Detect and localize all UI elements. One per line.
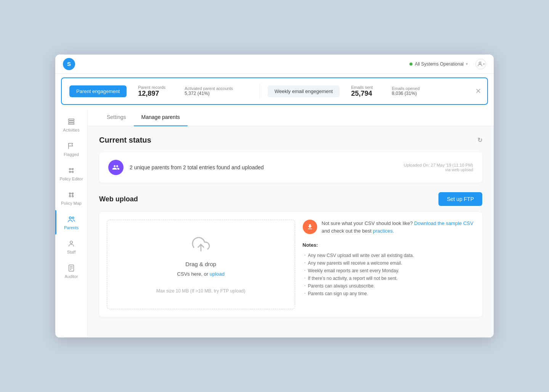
sidebar: Activities Flagged Policy Editor (55, 109, 88, 337)
drag-drop-text: Drag & drop (185, 261, 216, 267)
max-size-hint: Max size 10 MB (If >10 MB, try FTP uploa… (156, 288, 246, 294)
parents-label: Parents (64, 225, 79, 230)
list-item: Weekly email reports are sent every Mond… (303, 267, 475, 275)
parents-icon (67, 215, 76, 224)
status-card: 2 unique parents from 2 total entries fo… (99, 152, 482, 183)
activities-label: Activities (63, 128, 79, 132)
policy-map-label: Policy Map (61, 201, 82, 206)
web-upload-header: Web upload Set up FTP (99, 192, 482, 206)
upload-link[interactable]: upload (210, 271, 225, 277)
page-tabs: Settings Manage parents (88, 109, 494, 126)
emails-sent-label: Emails sent (351, 85, 373, 90)
auditor-label: Auditor (65, 274, 78, 279)
top-bar-left: S (63, 58, 75, 70)
parents-upload-icon (108, 160, 124, 175)
download-csv-icon (303, 220, 317, 234)
current-status-section: Current status ↻ (99, 136, 482, 145)
svg-point-0 (479, 62, 481, 64)
svg-point-19 (72, 217, 74, 219)
svg-point-20 (70, 241, 72, 243)
weekly-email-tab[interactable]: Weekly email engegement (268, 85, 340, 97)
svg-point-18 (69, 217, 72, 219)
staff-icon (67, 239, 76, 248)
sidebar-item-policy-map[interactable]: Policy Map (55, 186, 87, 210)
emails-opened-group: Emails opened 8,036 (31%) (392, 86, 420, 96)
status-card-left: 2 unique parents from 2 total entries fo… (108, 160, 264, 175)
emails-opened-label: Emails opened (392, 86, 420, 91)
list-item: Parents can sign up any time. (303, 290, 475, 297)
emails-sent-group: Emails sent 25,794 (351, 85, 373, 98)
systems-status: All Systems Operational ▾ (409, 61, 468, 67)
upload-cloud-icon (192, 235, 210, 257)
parent-records-value: 12,897 (138, 90, 165, 98)
systems-status-text: All Systems Operational (415, 61, 464, 67)
svg-rect-2 (69, 121, 74, 122)
avatar: S (63, 58, 75, 70)
drop-zone[interactable]: Drag & drop CSVs here, or upload Max siz… (107, 220, 295, 309)
activities-icon (67, 117, 76, 126)
svg-rect-3 (69, 123, 74, 125)
top-bar-right: All Systems Operational ▾ ▾ (409, 59, 486, 69)
activated-accounts-group: Activated parent accounts 5,372 (41%) (185, 86, 233, 96)
sidebar-item-parents[interactable]: Parents (55, 210, 87, 235)
main-layout: Activities Flagged Policy Editor (55, 109, 494, 337)
sidebar-item-policy-editor[interactable]: Policy Editor (55, 161, 87, 186)
notes-title: Notes: (303, 242, 475, 248)
status-upload-text: 2 unique parents from 2 total entries fo… (130, 164, 264, 170)
auditor-icon (67, 263, 76, 273)
upload-container: Drag & drop CSVs here, or upload Max siz… (99, 212, 482, 317)
content-area: Settings Manage parents Current status ↻ (88, 109, 494, 337)
user-menu-icon[interactable]: ▾ (475, 59, 486, 69)
status-card-right: Uploaded On: 27 May '19 (11:10 PM) via w… (404, 163, 473, 172)
current-status-title: Current status (99, 136, 151, 145)
parent-engagement-tab[interactable]: Parent engagement (69, 85, 127, 97)
status-dot-icon (409, 63, 413, 66)
flagged-icon (67, 141, 76, 151)
tab-manage-parents[interactable]: Manage parents (134, 109, 188, 126)
practices-link[interactable]: practices. (373, 228, 394, 234)
sidebar-item-activities[interactable]: Activities (55, 112, 87, 137)
notes-list: Any new CSV upload will write over all e… (303, 252, 475, 297)
stats-banner: Parent engagement Parent records 12,897 … (61, 77, 488, 105)
activated-accounts-label: Activated parent accounts (185, 86, 233, 91)
refresh-icon[interactable]: ↻ (477, 137, 482, 144)
sidebar-item-auditor[interactable]: Auditor (55, 259, 87, 283)
policy-editor-label: Policy Editor (59, 177, 83, 181)
sidebar-item-staff[interactable]: Staff (55, 235, 87, 259)
policy-map-icon (67, 190, 76, 199)
activated-accounts-value: 5,372 (41%) (185, 91, 233, 96)
staff-label: Staff (67, 250, 75, 254)
upload-date-label: Uploaded On: 27 May '19 (11:10 PM) (404, 163, 473, 167)
emails-sent-value: 25,794 (351, 90, 373, 98)
notes-header-row: Not sure what your CSV should look like?… (303, 220, 475, 235)
stats-divider (260, 84, 260, 99)
list-item: Any new CSV upload will write over all e… (303, 252, 475, 259)
emails-opened-value: 8,036 (31%) (392, 91, 420, 96)
download-csv-link[interactable]: Download the sample CSV (414, 220, 473, 226)
setup-ftp-button[interactable]: Set up FTP (438, 192, 482, 206)
notes-panel: Not sure what your CSV should look like?… (303, 220, 475, 309)
tab-settings[interactable]: Settings (99, 109, 134, 126)
page-content: Current status ↻ 2 unique parents from 2… (88, 126, 494, 326)
svg-rect-1 (69, 119, 74, 120)
parent-records-label: Parent records (138, 85, 165, 90)
sample-csv-description: Not sure what your CSV should look like?… (322, 220, 474, 235)
upload-method: via web upload (404, 167, 473, 172)
close-banner-button[interactable]: ✕ (475, 88, 481, 95)
csv-hint-text: CSVs here, or upload (177, 271, 225, 277)
flagged-label: Flagged (64, 152, 79, 157)
list-item: If there's no activity, a report will no… (303, 275, 475, 282)
parent-records-group: Parent records 12,897 (138, 85, 165, 98)
list-item: Parents can always unsubscribe. (303, 282, 475, 290)
policy-editor-icon (67, 166, 76, 175)
chevron-down-icon: ▾ (466, 62, 468, 66)
top-bar: S All Systems Operational ▾ ▾ (55, 55, 494, 74)
list-item: Any new parents will receive a welcome e… (303, 259, 475, 267)
sidebar-item-flagged[interactable]: Flagged (55, 137, 87, 161)
web-upload-title: Web upload (99, 195, 138, 203)
